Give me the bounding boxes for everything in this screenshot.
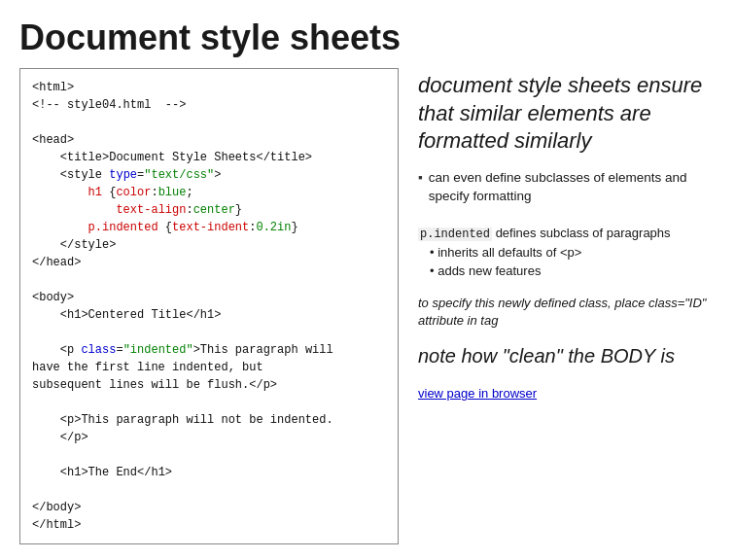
bullet-block: can even define subclasses of elements a… (418, 169, 716, 210)
subclass-block: p.indented defines subclass of paragraph… (418, 224, 716, 281)
heading-block: document style sheets ensure that simila… (418, 72, 716, 156)
page-title: Document style sheets (0, 0, 735, 68)
code-box: <html> <!-- style04.html --> <head> <tit… (19, 68, 399, 544)
code-content: <html> <!-- style04.html --> <head> <tit… (32, 79, 386, 534)
view-page-link[interactable]: view page in browser (418, 386, 716, 401)
specify-block: to specify this newly defined class, pla… (418, 295, 716, 330)
note-block: note how "clean" the BODY is (418, 343, 716, 368)
